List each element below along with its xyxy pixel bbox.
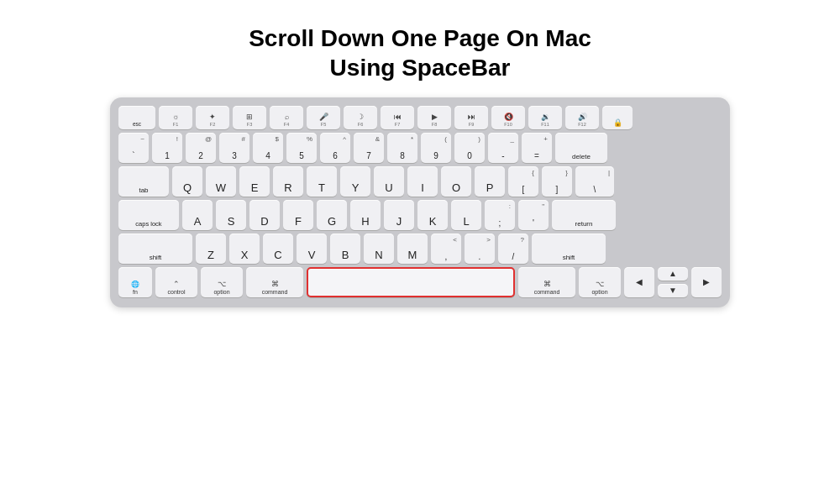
key-f11: 🔉F11	[528, 106, 562, 129]
key-f3: ⊞F3	[233, 106, 266, 129]
key-7: &7	[354, 133, 384, 163]
keyboard-diagram: esc ☼F1 ✦F2 ⊞F3 ⌕F4 🎤F5 ☽F6 ⏮F7 ▶F8 ⏭F9 …	[110, 97, 730, 307]
key-d: D	[249, 200, 280, 230]
key-command-left: ⌘ command	[246, 267, 303, 297]
key-f1: ☼F1	[159, 106, 192, 129]
key-o: O	[441, 166, 471, 197]
key-option-left: ⌥ option	[201, 267, 243, 297]
key-k: K	[417, 200, 448, 230]
key-n: N	[364, 234, 394, 264]
key-backslash: |\	[575, 166, 614, 197]
key-e: E	[239, 166, 270, 197]
key-spacebar	[307, 267, 515, 297]
key-q: Q	[172, 166, 202, 197]
key-h: H	[350, 200, 381, 230]
key-s: S	[216, 200, 246, 230]
key-b: B	[330, 234, 360, 264]
key-z: Z	[196, 234, 226, 264]
key-m: M	[397, 234, 428, 264]
key-command-right: ⌘ command	[518, 267, 575, 297]
key-f9: ⏭F9	[454, 106, 488, 129]
key-capslock: caps lock	[118, 200, 179, 230]
key-g: G	[317, 200, 347, 230]
key-f10: 🔇F10	[491, 106, 525, 129]
key-option-right: ⌥ option	[579, 267, 621, 297]
key-delete: delete	[555, 133, 607, 163]
key-u: U	[374, 166, 404, 197]
key-v: V	[297, 234, 327, 264]
key-a: A	[182, 200, 213, 230]
key-shift-right: shift	[532, 234, 606, 264]
key-t: T	[307, 166, 337, 197]
key-j: J	[384, 200, 414, 230]
key-f12: 🔊F12	[565, 106, 599, 129]
key-lock: 🔒	[602, 106, 633, 129]
key-period: >.	[465, 234, 495, 264]
key-backtick: ~`	[118, 133, 149, 163]
key-p: P	[475, 166, 505, 197]
key-i: I	[407, 166, 438, 197]
key-f7: ⏮F7	[381, 106, 414, 129]
key-f6: ☽F6	[344, 106, 377, 129]
mod-key-row: 🌐 fn ⌃ control ⌥ option ⌘ command ⌘	[118, 267, 722, 297]
key-r: R	[273, 166, 303, 197]
key-control: ⌃ control	[155, 267, 197, 297]
arrow-cluster: ◀▲▼▶	[624, 267, 722, 297]
key-c: C	[263, 234, 293, 264]
key-5: %5	[286, 133, 317, 163]
fn-key-row: esc ☼F1 ✦F2 ⊞F3 ⌕F4 🎤F5 ☽F6 ⏮F7 ▶F8 ⏭F9 …	[118, 106, 722, 129]
key-shift-left: shift	[118, 234, 192, 264]
key-f8: ▶F8	[417, 106, 451, 129]
top-letter-row: tab Q W E R T Y U I O P {[ }] |\	[118, 166, 722, 197]
key-return: return	[552, 200, 616, 230]
key-f: F	[283, 200, 313, 230]
key-rbracket: }]	[542, 166, 572, 197]
key-9: (9	[421, 133, 451, 163]
key-comma: <,	[431, 234, 461, 264]
key-w: W	[206, 166, 236, 197]
key-0: )0	[454, 133, 485, 163]
number-key-row: ~` !1 @2 #3 $4 %5 ^6 &7 *8 (9 )0 _- += d…	[118, 133, 722, 163]
key-3: #3	[219, 133, 249, 163]
key-8: *8	[387, 133, 417, 163]
key-4: $4	[253, 133, 283, 163]
key-fn: 🌐 fn	[118, 267, 152, 297]
key-6: ^6	[320, 133, 350, 163]
key-l: L	[451, 200, 481, 230]
key-f5: 🎤F5	[307, 106, 340, 129]
key-2: @2	[186, 133, 216, 163]
key-lbracket: {[	[508, 166, 538, 197]
mid-letter-row: caps lock A S D F G H J K L :; "' return	[118, 200, 722, 230]
key-equals: +=	[522, 133, 552, 163]
key-f2: ✦F2	[196, 106, 229, 129]
page-title: Scroll Down One Page On Mac Using SpaceB…	[249, 24, 591, 82]
bot-letter-row: shift Z X C V B N M <, >. ?/ shift	[118, 234, 722, 264]
key-tab: tab	[118, 166, 169, 197]
key-minus: _-	[488, 133, 518, 163]
key-x: X	[229, 234, 260, 264]
key-y: Y	[340, 166, 370, 197]
key-quote: "'	[518, 200, 549, 230]
key-esc: esc	[118, 106, 155, 129]
key-semicolon: :;	[485, 200, 515, 230]
key-f4: ⌕F4	[270, 106, 303, 129]
key-1: !1	[152, 133, 182, 163]
key-slash: ?/	[498, 234, 528, 264]
